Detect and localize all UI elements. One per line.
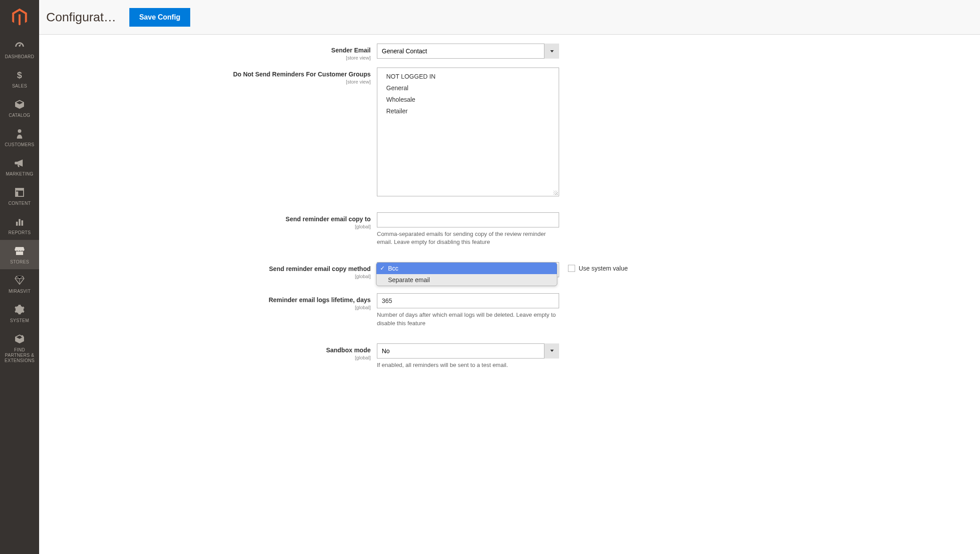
gear-icon bbox=[14, 304, 25, 315]
sidebar-item-content[interactable]: CONTENT bbox=[0, 181, 39, 211]
sidebar-item-mirasvit[interactable]: MIRASVIT bbox=[0, 269, 39, 299]
chevron-down-icon bbox=[544, 343, 559, 359]
page-header: Configurat… Save Config bbox=[39, 0, 980, 35]
person-icon bbox=[14, 128, 25, 139]
label-copy-method: Send reminder email copy method bbox=[269, 265, 371, 272]
dropdown-option-bcc[interactable]: Bcc bbox=[376, 263, 557, 274]
sidebar-item-catalog[interactable]: CATALOG bbox=[0, 93, 39, 123]
chevron-down-icon bbox=[544, 44, 559, 59]
note-logs-lifetime: Number of days after which email logs wi… bbox=[377, 311, 559, 327]
row-customer-groups: Do Not Send Reminders For Customer Group… bbox=[39, 64, 980, 200]
label-logs-lifetime: Reminder email logs lifetime, days bbox=[268, 296, 371, 303]
svg-rect-3 bbox=[16, 188, 24, 191]
sidebar-item-label: CUSTOMERS bbox=[5, 142, 34, 147]
sidebar-item-label: SYSTEM bbox=[10, 318, 29, 323]
resize-handle-icon[interactable] bbox=[553, 191, 558, 195]
row-sandbox: Sandbox mode [global] No If enabled, all… bbox=[39, 340, 980, 373]
scope-customer-groups: [store view] bbox=[39, 79, 371, 84]
sidebar-item-label: STORES bbox=[10, 259, 29, 265]
dollar-icon: $ bbox=[14, 69, 25, 81]
sidebar-item-marketing[interactable]: MARKETING bbox=[0, 152, 39, 181]
svg-rect-4 bbox=[16, 191, 18, 196]
sidebar-item-extensions[interactable]: FIND PARTNERS & EXTENSIONS bbox=[0, 328, 39, 368]
sidebar-item-sales[interactable]: $ SALES bbox=[0, 64, 39, 93]
label-sender-email: Sender Email bbox=[331, 47, 371, 54]
sidebar-item-label: SALES bbox=[12, 84, 27, 89]
multiselect-option[interactable]: Wholesale bbox=[377, 94, 559, 105]
svg-rect-5 bbox=[16, 222, 18, 226]
checkbox-icon bbox=[568, 265, 575, 272]
scope-copy-method: [global] bbox=[39, 274, 371, 279]
sidebar-item-reports[interactable]: REPORTS bbox=[0, 211, 39, 240]
magento-logo[interactable] bbox=[0, 0, 39, 35]
page-title: Configurat… bbox=[46, 10, 116, 24]
svg-rect-6 bbox=[19, 219, 20, 226]
row-sender-email: Sender Email [store view] General Contac… bbox=[39, 40, 980, 64]
bar-chart-icon bbox=[14, 216, 25, 227]
sidebar-item-label: MIRASVIT bbox=[8, 289, 31, 294]
multiselect-option[interactable]: Retailer bbox=[377, 105, 559, 117]
sandbox-select[interactable]: No bbox=[377, 343, 559, 359]
main-content: Sender Email [store view] General Contac… bbox=[39, 0, 980, 391]
megaphone-icon bbox=[14, 157, 25, 169]
svg-point-8 bbox=[21, 335, 24, 338]
row-copy-method: Send reminder email copy method [global]… bbox=[39, 259, 980, 283]
storefront-icon bbox=[14, 245, 25, 257]
sidebar-item-stores[interactable]: STORES bbox=[0, 240, 39, 269]
note-copy-to: Comma-separated emails for sending copy … bbox=[377, 230, 559, 246]
diamond-icon bbox=[14, 275, 25, 286]
label-copy-to: Send reminder email copy to bbox=[286, 215, 371, 223]
svg-text:$: $ bbox=[17, 70, 22, 80]
sender-email-select[interactable]: General Contact bbox=[377, 44, 559, 59]
label-sandbox: Sandbox mode bbox=[326, 347, 371, 354]
scope-sandbox: [global] bbox=[39, 355, 371, 360]
note-sandbox: If enabled, all reminders will be sent t… bbox=[377, 361, 559, 369]
save-config-button[interactable]: Save Config bbox=[129, 8, 190, 27]
scope-sender-email: [store view] bbox=[39, 55, 371, 60]
layout-icon bbox=[14, 187, 25, 198]
customer-groups-multiselect[interactable]: NOT LOGGED IN General Wholesale Retailer bbox=[377, 68, 559, 196]
logs-lifetime-input[interactable] bbox=[377, 293, 559, 308]
sidebar-item-label: FIND PARTNERS & EXTENSIONS bbox=[2, 347, 37, 363]
sender-email-value: General Contact bbox=[382, 48, 427, 55]
copy-method-select[interactable]: Bcc Separate email bbox=[377, 262, 559, 277]
sidebar-item-label: REPORTS bbox=[8, 230, 31, 235]
row-logs-lifetime: Reminder email logs lifetime, days [glob… bbox=[39, 290, 980, 331]
svg-point-1 bbox=[18, 129, 21, 133]
puzzle-icon bbox=[14, 333, 25, 345]
sidebar-item-label: MARKETING bbox=[6, 171, 33, 177]
label-customer-groups: Do Not Send Reminders For Customer Group… bbox=[233, 71, 371, 78]
copy-to-input[interactable] bbox=[377, 212, 559, 227]
svg-rect-7 bbox=[21, 220, 23, 226]
sidebar-item-label: CONTENT bbox=[8, 201, 31, 206]
row-copy-to: Send reminder email copy to [global] Com… bbox=[39, 209, 980, 250]
sidebar: DASHBOARD $ SALES CATALOG CUSTOMERS MARK… bbox=[0, 0, 39, 391]
gauge-icon bbox=[14, 40, 25, 52]
scope-copy-to: [global] bbox=[39, 224, 371, 229]
sandbox-value: No bbox=[382, 347, 390, 355]
multiselect-option[interactable]: NOT LOGGED IN bbox=[377, 71, 559, 82]
sidebar-item-customers[interactable]: CUSTOMERS bbox=[0, 123, 39, 152]
dropdown-option-separate[interactable]: Separate email bbox=[376, 274, 557, 286]
copy-method-dropdown: Bcc Separate email bbox=[376, 262, 557, 286]
sidebar-item-system[interactable]: SYSTEM bbox=[0, 299, 39, 328]
sidebar-item-label: DASHBOARD bbox=[5, 54, 34, 60]
sidebar-item-label: CATALOG bbox=[9, 113, 30, 118]
use-system-checkbox[interactable]: Use system value bbox=[568, 265, 628, 272]
box-icon bbox=[14, 99, 25, 110]
scope-logs-lifetime: [global] bbox=[39, 305, 371, 310]
use-system-label: Use system value bbox=[579, 265, 628, 272]
multiselect-option[interactable]: General bbox=[377, 82, 559, 94]
sidebar-item-dashboard[interactable]: DASHBOARD bbox=[0, 35, 39, 64]
